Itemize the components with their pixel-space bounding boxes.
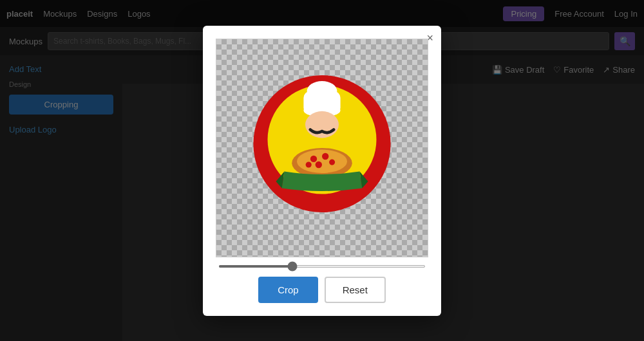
svg-point-9 <box>322 152 328 159</box>
crop-canvas <box>216 39 428 257</box>
crop-modal: × <box>203 26 441 316</box>
crop-button[interactable]: Crop <box>258 277 318 303</box>
logo-preview <box>238 64 406 232</box>
zoom-slider[interactable] <box>218 265 426 268</box>
svg-point-4 <box>307 81 337 101</box>
slider-area <box>216 257 428 270</box>
svg-point-5 <box>305 111 339 138</box>
svg-point-8 <box>310 155 317 161</box>
svg-point-10 <box>316 161 322 167</box>
svg-point-12 <box>306 161 312 167</box>
modal-overlay: × <box>0 0 644 341</box>
svg-point-11 <box>329 159 335 165</box>
reset-button[interactable]: Reset <box>325 277 386 303</box>
svg-point-7 <box>297 149 347 172</box>
modal-buttons: Crop Reset <box>216 270 428 303</box>
